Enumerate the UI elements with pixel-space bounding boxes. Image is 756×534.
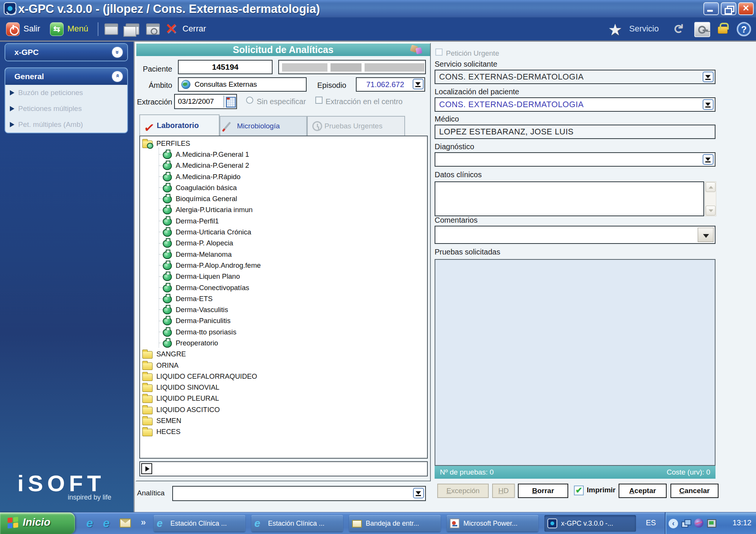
episodio-dropdown-button[interactable] xyxy=(413,79,424,89)
tree-item[interactable]: A.Medicina-P.Rápido xyxy=(140,171,427,182)
menu-icon[interactable]: ⇆ xyxy=(50,22,64,36)
sidebar-panel-xgpc-header[interactable]: x-GPC » xyxy=(5,44,127,61)
sidebar-panel-general-header[interactable]: General » xyxy=(5,68,127,85)
servicio-dropdown-button[interactable] xyxy=(703,72,714,82)
sidebar-item[interactable]: Pet. múltiples (Amb) xyxy=(5,117,127,133)
taskbar-task[interactable]: eEstación Clínica ... xyxy=(251,515,343,532)
menu-button[interactable]: Menú xyxy=(67,24,88,34)
close-button[interactable] xyxy=(738,2,754,15)
expand-button[interactable] xyxy=(141,463,152,474)
refresh-icon[interactable]: ↻ xyxy=(672,23,685,34)
tree-item[interactable]: Derma-P.Alop.Androg.feme xyxy=(140,260,427,271)
quicklaunch-overflow-chevron[interactable]: » xyxy=(141,517,146,528)
tree-item[interactable]: SANGRE xyxy=(140,349,427,360)
tree-item[interactable]: Derma-Perfil1 xyxy=(140,215,427,226)
sidebar-panel-xgpc[interactable]: x-GPC » xyxy=(5,43,128,61)
cerrar-button[interactable]: Cerrar xyxy=(182,24,206,34)
imprimir-checkbox[interactable] xyxy=(574,486,584,495)
window-export-icon[interactable] xyxy=(104,23,118,35)
tree-item[interactable]: A.Medicina-P.General 1 xyxy=(140,149,427,160)
medico-field[interactable]: LOPEZ ESTEBARANZ, JOSE LUIS xyxy=(435,125,715,139)
servicio-button[interactable]: Servicio xyxy=(629,24,659,34)
taskbar-task[interactable]: eEstación Clínica ... xyxy=(154,515,245,532)
analitica-dropdown-button[interactable] xyxy=(413,488,424,498)
key-icon[interactable] xyxy=(694,22,710,37)
sin-especificar-radio[interactable] xyxy=(246,97,253,104)
peticion-urgente-checkbox[interactable] xyxy=(435,48,443,56)
tree-item[interactable]: LIQUIDO PLEURAL xyxy=(140,393,427,404)
tree-item[interactable]: PERFILES xyxy=(140,138,427,149)
tree-item[interactable]: ORINA xyxy=(140,360,427,371)
scroll-down-button[interactable] xyxy=(706,206,715,215)
close-window-icon[interactable]: ✕ xyxy=(164,22,178,36)
cancelar-button[interactable]: Cancelar xyxy=(670,484,719,498)
lock-icon[interactable] xyxy=(718,27,728,34)
localizacion-combo[interactable]: CONS. EXTERNAS-DERMATOLOGIA xyxy=(435,97,715,112)
diagnostico-combo[interactable] xyxy=(435,152,715,167)
tree-item[interactable]: Preoperatorio xyxy=(140,337,427,348)
ie-quicklaunch-icon[interactable]: e xyxy=(86,516,93,530)
borrar-button[interactable]: Borrar xyxy=(518,484,568,498)
comentarios-combo[interactable] xyxy=(435,226,715,244)
help-icon[interactable]: ? xyxy=(737,22,751,36)
sidebar-item[interactable]: Buzón de peticiones xyxy=(5,85,127,101)
app-tray-icon[interactable] xyxy=(694,518,703,528)
scroll-up-button[interactable] xyxy=(706,182,715,192)
exit-icon[interactable] xyxy=(6,22,20,36)
calendar-button[interactable] xyxy=(223,95,235,108)
sidebar-item[interactable]: Peticiones múltiples xyxy=(5,101,127,117)
taskbar-task[interactable]: Bandeja de entr... xyxy=(349,515,441,532)
extraccion-centro-checkbox[interactable] xyxy=(315,97,323,104)
tree-item[interactable]: Derma-Paniculitis xyxy=(140,315,427,326)
tray-collapse-chevron[interactable]: ‹ xyxy=(669,519,678,528)
hd-button[interactable]: HD xyxy=(492,484,515,498)
chevron-up-icon[interactable]: » xyxy=(112,71,123,82)
ie-quicklaunch-icon2[interactable]: e xyxy=(103,516,110,530)
language-indicator[interactable]: ES xyxy=(646,518,656,527)
datos-clinicos-textarea[interactable] xyxy=(435,181,704,216)
paciente-id-field[interactable]: 145194 xyxy=(178,60,273,74)
excepcion-button[interactable]: Excepción xyxy=(437,484,489,498)
tree-item[interactable]: A.Medicina-P.General 2 xyxy=(140,160,427,171)
tree-item[interactable]: LIQUIDO CEFALORRAQUIDEO xyxy=(140,371,427,382)
analitica-field[interactable] xyxy=(172,486,426,501)
restore-button[interactable] xyxy=(721,2,736,15)
tree-item[interactable]: Derma-ETS xyxy=(140,293,427,304)
network-tray-icon[interactable] xyxy=(681,519,691,528)
diagnostico-dropdown-button[interactable] xyxy=(703,154,714,165)
tree-item[interactable]: LIQUIDO ASCITICO xyxy=(140,404,427,415)
localizacion-dropdown-button[interactable] xyxy=(703,99,714,110)
aceptar-button[interactable]: Aceptar xyxy=(619,484,667,498)
tree-item[interactable]: Derma-Vasculitis xyxy=(140,304,427,315)
extraccion-date-field[interactable]: 03/12/2007 xyxy=(174,94,237,109)
tree-item[interactable]: SEMEN xyxy=(140,415,427,426)
pc-tray-icon[interactable] xyxy=(707,519,716,528)
tree-item[interactable]: HECES xyxy=(140,426,427,437)
tree-item[interactable]: Coagulación básica xyxy=(140,182,427,193)
tree-item[interactable]: Derma-Liquen Plano xyxy=(140,271,427,282)
mail-quicklaunch-icon[interactable] xyxy=(120,518,131,528)
tree-item[interactable]: Derma-Urticaria Crónica xyxy=(140,226,427,237)
pruebas-solicitadas-list[interactable] xyxy=(435,259,715,466)
paciente-name-field[interactable] xyxy=(278,60,426,74)
tree-item[interactable]: Derma-tto psoriasis xyxy=(140,326,427,337)
datos-clinicos-scrollbar[interactable] xyxy=(705,181,716,216)
tab-microbiologia[interactable]: Microbiología xyxy=(220,116,307,136)
taskbar-task[interactable]: x-GPC v.3.0.0 -... xyxy=(544,515,636,532)
windows-cascade-icon[interactable] xyxy=(126,23,139,35)
tree-item[interactable]: Bioquímica General xyxy=(140,193,427,204)
tree-item[interactable]: Derma-Melanoma xyxy=(140,249,427,260)
start-button[interactable]: Inicio xyxy=(0,512,75,534)
servicio-solicitante-combo[interactable]: CONS. EXTERNAS-DERMATOLOGIA xyxy=(435,70,715,84)
window-settings-icon[interactable] xyxy=(146,23,160,35)
episodio-field[interactable]: 71.062.672 xyxy=(356,77,425,92)
tab-pruebas-urgentes[interactable]: Pruebas Urgentes xyxy=(307,116,405,136)
tree-item[interactable]: Derma-P. Alopecia xyxy=(140,238,427,249)
tab-laboratorio[interactable]: ✓ Laboratorio xyxy=(139,114,220,136)
tree-item[interactable]: Alergia-P.Urticaria inmun xyxy=(140,205,427,215)
chevron-down-icon[interactable]: » xyxy=(112,47,123,58)
ambito-field[interactable]: Consultas Externas xyxy=(178,77,307,92)
tree-item[interactable]: Derma-Conectivopatías xyxy=(140,282,427,293)
service-star-icon[interactable]: ★ xyxy=(608,20,622,39)
taskbar-task[interactable]: Microsoft Power... xyxy=(447,515,538,532)
